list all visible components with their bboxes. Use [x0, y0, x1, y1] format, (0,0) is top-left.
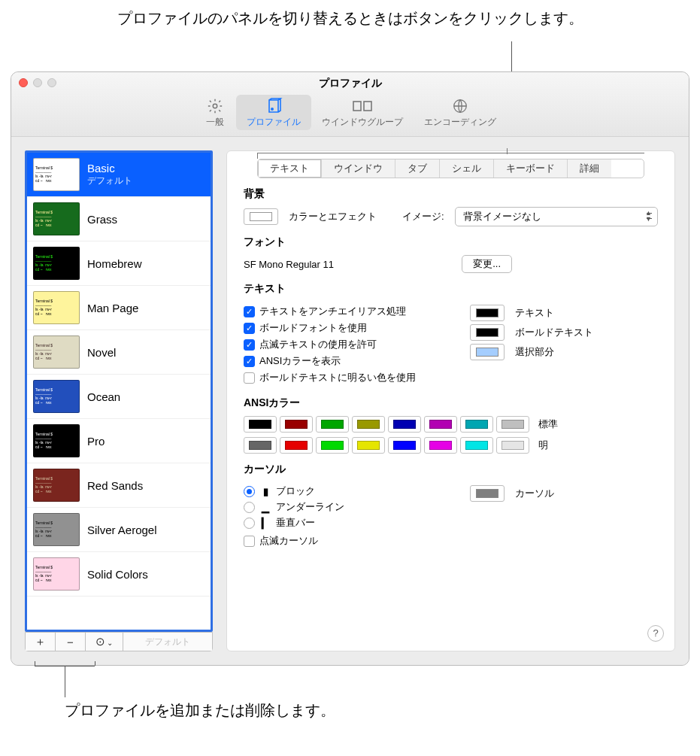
ansi-color-well[interactable]	[496, 437, 529, 454]
sel-color-well[interactable]	[470, 344, 505, 360]
callout-top: プロファイルのパネルを切り替えるときはボタンをクリックします。	[0, 0, 700, 47]
help-button[interactable]: ?	[647, 625, 664, 642]
bold-color-well[interactable]	[470, 324, 505, 341]
cursor-bar-radio[interactable]	[244, 518, 255, 529]
profile-subtitle: デフォルト	[87, 175, 132, 187]
toolbar-profile[interactable]: プロファイル	[236, 95, 311, 130]
cursor-block-radio[interactable]	[244, 486, 255, 497]
zoom-button[interactable]	[47, 78, 56, 87]
block-glyph-icon: ▮	[261, 486, 270, 497]
toolbar-general[interactable]: 一般	[194, 95, 236, 130]
ansi-color-well[interactable]	[244, 437, 277, 454]
close-button[interactable]	[19, 78, 28, 87]
profile-name: Man Page	[87, 302, 138, 314]
tab-window[interactable]: ウインドウ	[322, 159, 395, 178]
ansi-color-well[interactable]	[280, 416, 313, 433]
font-change-button[interactable]: 変更...	[462, 255, 512, 273]
globe-icon	[450, 98, 471, 114]
default-button[interactable]: デフォルト	[123, 633, 212, 651]
toolbar-windowgroup[interactable]: ウインドウグループ	[311, 95, 414, 130]
profile-thumbnail: Terminal $──────ls -la rw-rcd ~ rwx	[33, 202, 80, 235]
chevron-updown-icon: ▲▼	[645, 210, 652, 222]
ansi-section: ANSIカラー 標準 明	[227, 387, 674, 454]
text-heading: テキスト	[244, 282, 658, 296]
ansi-color-well[interactable]	[496, 416, 529, 433]
cursor-color-well[interactable]	[470, 485, 505, 502]
profile-name: Basic	[87, 162, 132, 175]
boldfont-checkbox[interactable]: ✓	[244, 323, 255, 334]
cursor-section: カーソル ▮ブロック ▁アンダーライン ▎垂直バー 点滅カーソル カーソル	[227, 454, 674, 551]
ansicolor-checkbox[interactable]: ✓	[244, 356, 255, 367]
svg-point-1	[271, 108, 274, 111]
blink-cursor-checkbox[interactable]	[244, 536, 255, 547]
bold-color-label: ボールドテキスト	[515, 326, 593, 339]
bg-image-label: イメージ:	[402, 210, 444, 223]
profile-item-silver-aerogel[interactable]: Terminal $──────ls -la rw-rcd ~ rwxSilve…	[27, 508, 211, 552]
profile-item-solid-colors[interactable]: Terminal $──────ls -la rw-rcd ~ rwxSolid…	[27, 552, 211, 597]
ansi-color-well[interactable]	[460, 416, 493, 433]
toolbar-encoding[interactable]: エンコーディング	[414, 95, 507, 130]
profile-item-pro[interactable]: Terminal $──────ls -la rw-rcd ~ rwxPro	[27, 419, 211, 463]
ansi-color-well[interactable]	[316, 437, 349, 454]
profile-list[interactable]: Terminal $──────ls -la rw-rcd ~ rwxBasic…	[25, 150, 213, 632]
tabbar-wrap: テキスト ウインドウ タブ シェル キーボード 詳細	[227, 159, 674, 178]
ansi-color-well[interactable]	[352, 416, 385, 433]
ansi-color-well[interactable]	[244, 416, 277, 433]
ansi-color-well[interactable]	[424, 437, 457, 454]
profile-item-ocean[interactable]: Terminal $──────ls -la rw-rcd ~ rwxOcean	[27, 375, 211, 419]
tab-text[interactable]: テキスト	[258, 159, 322, 178]
profile-item-man-page[interactable]: Terminal $──────ls -la rw-rcd ~ rwxMan P…	[27, 286, 211, 330]
profile-name: Novel	[87, 346, 116, 359]
cursor-underline-label: アンダーライン	[276, 500, 344, 514]
text-color-well[interactable]	[470, 305, 505, 321]
remove-button[interactable]: −	[56, 633, 86, 651]
toolbar-encoding-label: エンコーディング	[424, 116, 496, 129]
tab-keyboard[interactable]: キーボード	[494, 159, 568, 178]
bg-color-well[interactable]	[244, 208, 278, 225]
callout-bracket	[257, 148, 644, 159]
windowgroup-icon	[352, 98, 373, 114]
ansi-color-well[interactable]	[316, 416, 349, 433]
cursor-color-label: カーソル	[515, 487, 554, 500]
ansi-color-well[interactable]	[280, 437, 313, 454]
brightbold-checkbox[interactable]	[244, 372, 255, 384]
antialias-label: テキストをアンチエイリアス処理	[259, 305, 406, 318]
tab-advanced[interactable]: 詳細	[568, 159, 611, 178]
callout-bracket-up	[507, 148, 508, 154]
bg-image-popup[interactable]: 背景イメージなし ▲▼	[455, 207, 658, 226]
window-title: プロファイル	[11, 72, 689, 90]
ansi-color-well[interactable]	[460, 437, 493, 454]
profile-thumbnail: Terminal $──────ls -la rw-rcd ~ rwx	[33, 513, 80, 546]
tabbar: テキスト ウインドウ タブ シェル キーボード 詳細	[257, 159, 644, 178]
ansi-color-well[interactable]	[388, 416, 421, 433]
add-button[interactable]: ＋	[26, 633, 56, 651]
traffic-lights	[19, 78, 56, 87]
blinktext-label: 点滅テキストの使用を許可	[259, 338, 377, 351]
blinktext-checkbox[interactable]: ✓	[244, 339, 255, 351]
profile-item-red-sands[interactable]: Terminal $──────ls -la rw-rcd ~ rwxRed S…	[27, 463, 211, 508]
toolbar-windowgroup-label: ウインドウグループ	[322, 116, 403, 129]
tab-shell[interactable]: シェル	[440, 159, 494, 178]
boldfont-label: ボールドフォントを使用	[259, 321, 367, 335]
more-icon: ⊙	[95, 635, 105, 648]
ansi-color-well[interactable]	[352, 437, 385, 454]
bg-color-label: カラーとエフェクト	[289, 210, 377, 223]
profile-thumbnail: Terminal $──────ls -la rw-rcd ~ rwx	[33, 158, 80, 191]
ansi-color-well[interactable]	[424, 416, 457, 433]
profile-thumbnail: Terminal $──────ls -la rw-rcd ~ rwx	[33, 469, 80, 502]
antialias-checkbox[interactable]: ✓	[244, 306, 255, 317]
toolbar-general-label: 一般	[206, 116, 224, 129]
content: Terminal $──────ls -la rw-rcd ~ rwxBasic…	[11, 137, 689, 665]
profile-thumbnail: Terminal $──────ls -la rw-rcd ~ rwx	[33, 380, 80, 413]
ansi-bright-row: 明	[244, 437, 658, 454]
more-button[interactable]: ⊙⌄	[86, 633, 123, 651]
profile-item-grass[interactable]: Terminal $──────ls -la rw-rcd ~ rwxGrass	[27, 197, 211, 241]
ansi-color-well[interactable]	[388, 437, 421, 454]
minimize-button[interactable]	[33, 78, 42, 87]
tab-tab[interactable]: タブ	[395, 159, 440, 178]
cursor-underline-radio[interactable]	[244, 502, 255, 513]
ansi-row-label: 標準	[538, 417, 558, 431]
profile-item-homebrew[interactable]: Terminal $──────ls -la rw-rcd ~ rwxHomeb…	[27, 241, 211, 286]
profile-item-novel[interactable]: Terminal $──────ls -la rw-rcd ~ rwxNovel	[27, 330, 211, 375]
profile-item-basic[interactable]: Terminal $──────ls -la rw-rcd ~ rwxBasic…	[27, 153, 211, 197]
